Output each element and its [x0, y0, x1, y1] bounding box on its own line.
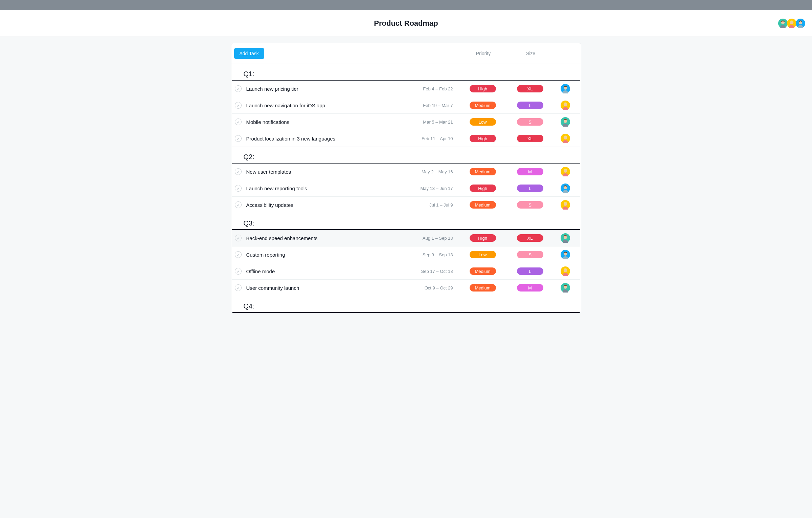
header-avatars	[779, 19, 805, 28]
add-task-button[interactable]: Add Task	[234, 48, 264, 59]
task-name[interactable]: Offline mode	[246, 268, 409, 274]
task-date[interactable]: Sep 9 – Sep 13	[409, 252, 453, 257]
size-cell[interactable]: M	[506, 284, 554, 292]
task-row[interactable]: Accessibility updatesJul 1 – Jul 9Medium…	[232, 197, 580, 213]
task-date[interactable]: Feb 19 – Mar 7	[409, 103, 453, 108]
task-name[interactable]: New user templates	[246, 169, 409, 175]
assignee-avatar[interactable]	[561, 84, 570, 93]
priority-cell[interactable]: High	[459, 185, 506, 192]
assignee-avatar[interactable]	[561, 266, 570, 276]
task-date[interactable]: Jul 1 – Jul 9	[409, 202, 453, 208]
task-date[interactable]: Feb 11 – Apr 10	[409, 136, 453, 141]
section-header[interactable]: Q2:	[232, 147, 580, 164]
assignee-avatar[interactable]	[561, 101, 570, 110]
complete-task-checkbox[interactable]	[235, 185, 242, 192]
assignee-avatar[interactable]	[561, 200, 570, 210]
priority-cell[interactable]: Medium	[459, 267, 506, 275]
assignee-avatar[interactable]	[561, 117, 570, 127]
task-date[interactable]: Mar 5 – Mar 21	[409, 120, 453, 125]
assignee-cell[interactable]	[554, 200, 570, 210]
task-name[interactable]: Launch new pricing tier	[246, 86, 409, 92]
task-row[interactable]: New user templatesMay 2 – May 16MediumM	[232, 164, 580, 180]
assignee-avatar[interactable]	[561, 184, 570, 193]
priority-pill: Medium	[470, 102, 496, 109]
assignee-avatar[interactable]	[561, 167, 570, 176]
priority-cell[interactable]: Medium	[459, 284, 506, 292]
complete-task-checkbox[interactable]	[235, 201, 242, 208]
header-avatar[interactable]	[787, 19, 796, 28]
task-name[interactable]: Accessibility updates	[246, 202, 409, 208]
task-row[interactable]: User community launchOct 9 – Oct 29Mediu…	[232, 280, 580, 296]
assignee-cell[interactable]	[554, 250, 570, 259]
complete-task-checkbox[interactable]	[235, 284, 242, 291]
toolbar: Add Task Priority Size	[231, 43, 581, 64]
assignee-avatar[interactable]	[561, 250, 570, 259]
assignee-cell[interactable]	[554, 184, 570, 193]
task-row[interactable]: Mobile notificationsMar 5 – Mar 21LowS	[232, 114, 580, 130]
section-header[interactable]: Q1:	[232, 64, 580, 81]
task-name[interactable]: Mobile notifications	[246, 119, 409, 125]
complete-task-checkbox[interactable]	[235, 268, 242, 275]
header-avatar[interactable]	[778, 19, 788, 28]
task-name[interactable]: Back-end speed enhancements	[246, 235, 409, 241]
priority-cell[interactable]: Low	[459, 251, 506, 258]
task-date[interactable]: Oct 9 – Oct 29	[409, 285, 453, 290]
assignee-avatar[interactable]	[561, 134, 570, 143]
section-header[interactable]: Q4:	[232, 296, 580, 313]
complete-task-checkbox[interactable]	[235, 85, 242, 92]
assignee-cell[interactable]	[554, 167, 570, 176]
assignee-cell[interactable]	[554, 134, 570, 143]
priority-cell[interactable]: Medium	[459, 102, 506, 109]
assignee-avatar[interactable]	[561, 233, 570, 243]
priority-pill: Medium	[470, 168, 496, 175]
complete-task-checkbox[interactable]	[235, 102, 242, 109]
task-row[interactable]: Custom reportingSep 9 – Sep 13LowS	[232, 246, 580, 263]
task-date[interactable]: May 13 – Jun 17	[409, 186, 453, 191]
task-date[interactable]: Aug 1 – Sep 18	[409, 236, 453, 241]
complete-task-checkbox[interactable]	[235, 118, 242, 125]
size-cell[interactable]: L	[506, 267, 554, 275]
complete-task-checkbox[interactable]	[235, 251, 242, 258]
assignee-cell[interactable]	[554, 101, 570, 110]
assignee-cell[interactable]	[554, 266, 570, 276]
assignee-cell[interactable]	[554, 233, 570, 243]
task-row[interactable]: Product localization in 3 new languagesF…	[232, 130, 580, 147]
complete-task-checkbox[interactable]	[235, 235, 242, 241]
priority-cell[interactable]: Low	[459, 118, 506, 126]
task-row[interactable]: Launch new navigation for iOS appFeb 19 …	[232, 97, 580, 114]
size-cell[interactable]: L	[506, 185, 554, 192]
size-cell[interactable]: S	[506, 201, 554, 209]
task-row[interactable]: Launch new reporting toolsMay 13 – Jun 1…	[232, 180, 580, 197]
priority-cell[interactable]: High	[459, 85, 506, 92]
size-cell[interactable]: S	[506, 118, 554, 126]
priority-cell[interactable]: Medium	[459, 201, 506, 209]
task-name[interactable]: Launch new navigation for iOS app	[246, 103, 409, 108]
size-cell[interactable]: XL	[506, 135, 554, 142]
section-header[interactable]: Q3:	[232, 213, 580, 230]
assignee-cell[interactable]	[554, 117, 570, 127]
complete-task-checkbox[interactable]	[235, 135, 242, 142]
task-date[interactable]: Sep 17 – Oct 18	[409, 269, 453, 274]
size-cell[interactable]: XL	[506, 85, 554, 92]
task-name[interactable]: Custom reporting	[246, 252, 409, 258]
size-cell[interactable]: M	[506, 168, 554, 175]
task-row[interactable]: Back-end speed enhancementsAug 1 – Sep 1…	[232, 230, 580, 246]
task-row[interactable]: Launch new pricing tierFeb 4 – Feb 22Hig…	[232, 81, 580, 97]
priority-cell[interactable]: High	[459, 234, 506, 242]
size-cell[interactable]: L	[506, 102, 554, 109]
assignee-cell[interactable]	[554, 283, 570, 293]
complete-task-checkbox[interactable]	[235, 168, 242, 175]
task-row[interactable]: Offline modeSep 17 – Oct 18MediumL	[232, 263, 580, 280]
assignee-avatar[interactable]	[561, 283, 570, 293]
task-date[interactable]: May 2 – May 16	[409, 169, 453, 174]
size-cell[interactable]: XL	[506, 234, 554, 242]
size-cell[interactable]: S	[506, 251, 554, 258]
task-date[interactable]: Feb 4 – Feb 22	[409, 86, 453, 91]
priority-cell[interactable]: High	[459, 135, 506, 142]
task-name[interactable]: Product localization in 3 new languages	[246, 136, 409, 142]
assignee-cell[interactable]	[554, 84, 570, 93]
task-name[interactable]: User community launch	[246, 285, 409, 291]
task-name[interactable]: Launch new reporting tools	[246, 186, 409, 191]
header-avatar[interactable]	[796, 19, 805, 28]
priority-cell[interactable]: Medium	[459, 168, 506, 175]
